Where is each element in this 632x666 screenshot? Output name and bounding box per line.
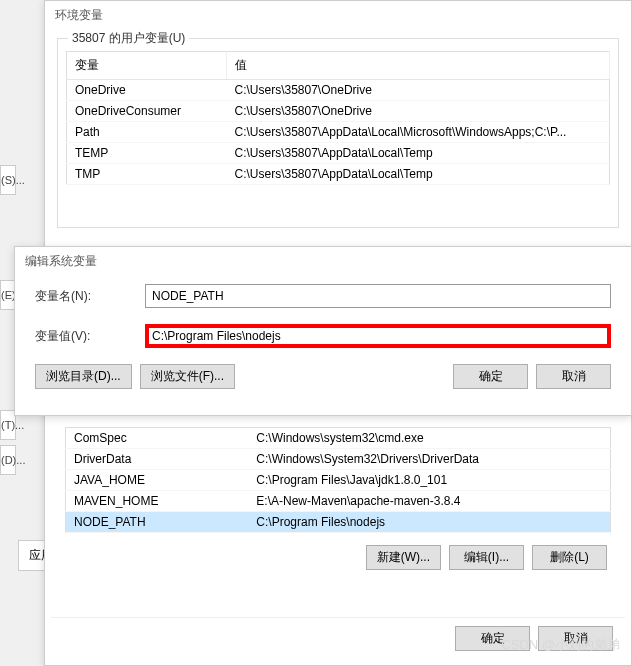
env-cancel-button[interactable]: 取消 — [538, 626, 613, 651]
cell-var: OneDriveConsumer — [67, 101, 227, 122]
browse-file-button[interactable]: 浏览文件(F)... — [140, 364, 235, 389]
table-row[interactable]: OneDriveC:\Users\35807\OneDrive — [67, 80, 610, 101]
cell-var: MAVEN_HOME — [66, 491, 249, 512]
table-row[interactable]: NODE_PATHC:\Program Files\nodejs — [66, 512, 611, 533]
user-vars-title: 35807 的用户变量(U) — [68, 30, 189, 47]
table-row[interactable]: TMPC:\Users\35807\AppData\Local\Temp — [67, 164, 610, 185]
var-name-label: 变量名(N): — [35, 288, 145, 305]
peek-button-d[interactable]: (D)... — [0, 445, 16, 475]
edit-ok-button[interactable]: 确定 — [453, 364, 528, 389]
cell-val: C:\Program Files\nodejs — [248, 512, 610, 533]
user-vars-table[interactable]: 变量 值 OneDriveC:\Users\35807\OneDriveOneD… — [66, 51, 610, 185]
system-vars-group: ComSpecC:\Windows\system32\cmd.exeDriver… — [57, 423, 619, 578]
cell-val: C:\Program Files\Java\jdk1.8.0_101 — [248, 470, 610, 491]
cell-var: ComSpec — [66, 428, 249, 449]
table-row[interactable]: OneDriveConsumerC:\Users\35807\OneDrive — [67, 101, 610, 122]
table-row[interactable]: ComSpecC:\Windows\system32\cmd.exe — [66, 428, 611, 449]
system-vars-table[interactable]: ComSpecC:\Windows\system32\cmd.exeDriver… — [65, 427, 611, 533]
table-row[interactable]: TEMPC:\Users\35807\AppData\Local\Temp — [67, 143, 610, 164]
cell-var: JAVA_HOME — [66, 470, 249, 491]
cell-val: C:\Windows\System32\Drivers\DriverData — [248, 449, 610, 470]
cell-var: TMP — [67, 164, 227, 185]
col-val[interactable]: 值 — [227, 52, 610, 80]
edit-sys-var-button[interactable]: 编辑(I)... — [449, 545, 524, 570]
cell-val: C:\Users\35807\AppData\Local\Microsoft\W… — [227, 122, 610, 143]
table-row[interactable]: PathC:\Users\35807\AppData\Local\Microso… — [67, 122, 610, 143]
var-value-input[interactable] — [145, 324, 611, 348]
cell-var: OneDrive — [67, 80, 227, 101]
cell-var: Path — [67, 122, 227, 143]
edit-dialog-title: 编辑系统变量 — [15, 247, 631, 276]
col-var[interactable]: 变量 — [67, 52, 227, 80]
table-row[interactable]: MAVEN_HOMEE:\A-New-Maven\apache-maven-3.… — [66, 491, 611, 512]
cell-val: E:\A-New-Maven\apache-maven-3.8.4 — [248, 491, 610, 512]
env-ok-button[interactable]: 确定 — [455, 626, 530, 651]
edit-cancel-button[interactable]: 取消 — [536, 364, 611, 389]
edit-var-dialog: 编辑系统变量 变量名(N): 变量值(V): 浏览目录(D)... 浏览文件(F… — [14, 246, 632, 416]
table-row[interactable]: JAVA_HOMEC:\Program Files\Java\jdk1.8.0_… — [66, 470, 611, 491]
var-value-row: 变量值(V): — [15, 316, 631, 356]
var-name-input[interactable] — [145, 284, 611, 308]
env-window-title: 环境变量 — [45, 1, 631, 30]
user-vars-group: 35807 的用户变量(U) 变量 值 OneDriveC:\Users\358… — [57, 38, 619, 228]
cell-var: DriverData — [66, 449, 249, 470]
table-row[interactable]: DriverDataC:\Windows\System32\Drivers\Dr… — [66, 449, 611, 470]
cell-val: C:\Windows\system32\cmd.exe — [248, 428, 610, 449]
var-value-label: 变量值(V): — [35, 328, 145, 345]
cell-val: C:\Users\35807\OneDrive — [227, 80, 610, 101]
system-vars-buttons: 新建(W)... 编辑(I)... 删除(L) — [57, 537, 619, 578]
cell-var: TEMP — [67, 143, 227, 164]
cell-var: NODE_PATH — [66, 512, 249, 533]
env-dialog-buttons: 确定 取消 — [51, 617, 625, 659]
edit-dialog-buttons: 浏览目录(D)... 浏览文件(F)... 确定 取消 — [15, 356, 631, 397]
cell-val: C:\Users\35807\AppData\Local\Temp — [227, 164, 610, 185]
new-sys-var-button[interactable]: 新建(W)... — [366, 545, 441, 570]
peek-button-s[interactable]: (S)... — [0, 165, 16, 195]
var-name-row: 变量名(N): — [15, 276, 631, 316]
delete-sys-var-button[interactable]: 删除(L) — [532, 545, 607, 570]
cell-val: C:\Users\35807\OneDrive — [227, 101, 610, 122]
browse-dir-button[interactable]: 浏览目录(D)... — [35, 364, 132, 389]
cell-val: C:\Users\35807\AppData\Local\Temp — [227, 143, 610, 164]
